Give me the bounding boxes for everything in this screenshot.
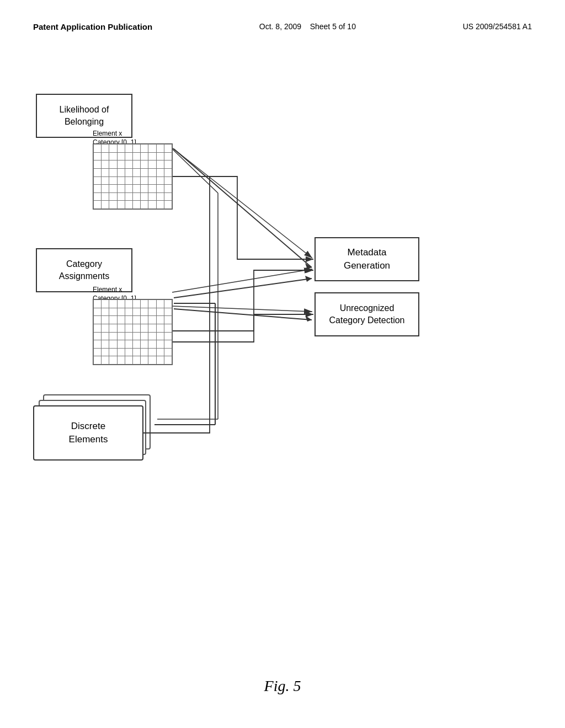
svg-line-11: [172, 269, 312, 292]
category-table: [93, 299, 172, 365]
svg-line-15: [171, 148, 218, 193]
diagram-arrows: [0, 66, 565, 673]
figure-caption: Fig. 5: [0, 677, 565, 695]
svg-line-4: [174, 309, 312, 320]
metadata-generation-box: Metadata Generation: [315, 237, 419, 281]
likelihood-grid: [93, 143, 173, 210]
publication-title: Patent Application Publication: [33, 22, 152, 31]
svg-line-12: [172, 306, 312, 312]
svg-marker-3: [305, 276, 312, 282]
header-date-sheet: Oct. 8, 2009 Sheet 5 of 10: [259, 22, 356, 31]
likelihood-table: [93, 144, 172, 209]
category-grid: [93, 299, 173, 365]
clean-arrows: [0, 66, 565, 673]
diagram-area: Likelihood of Belonging Element x Catego…: [0, 66, 565, 673]
patent-number: US 2009/254581 A1: [463, 22, 532, 31]
svg-marker-5: [305, 315, 312, 322]
svg-line-0: [174, 149, 312, 267]
svg-marker-1: [305, 263, 312, 269]
pub-date: Oct. 8, 2009: [259, 22, 301, 31]
svg-line-10: [172, 148, 312, 258]
sheet-info: Sheet 5 of 10: [310, 22, 356, 31]
unrecognized-detection-box: Unrecognized Category Detection: [315, 292, 419, 336]
svg-line-2: [174, 279, 312, 298]
discrete-elements-box: Discrete Elements: [33, 405, 143, 461]
